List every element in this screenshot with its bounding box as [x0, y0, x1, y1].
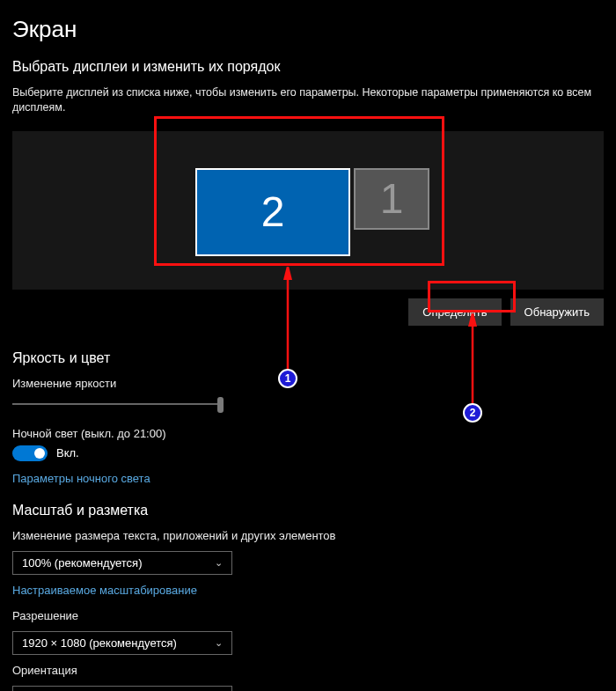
brightness-slider[interactable]: [12, 395, 224, 413]
monitor-1[interactable]: 1: [354, 168, 429, 230]
display-arrangement-area[interactable]: 2 1: [12, 131, 604, 290]
resolution-dropdown[interactable]: 1920 × 1080 (рекомендуется) ⌄: [12, 631, 232, 655]
arrange-heading: Выбрать дисплеи и изменить их порядок: [12, 59, 604, 75]
orientation-dropdown[interactable]: Альбомная ⌄: [12, 686, 232, 691]
slider-thumb[interactable]: [217, 397, 224, 413]
chevron-down-icon: ⌄: [215, 557, 223, 569]
resolution-label: Разрешение: [12, 609, 604, 622]
slider-track: [12, 403, 224, 405]
night-light-label: Ночной свет (выкл. до 21:00): [12, 427, 604, 440]
identify-button[interactable]: Определить: [408, 298, 501, 326]
chevron-down-icon: ⌄: [215, 637, 223, 649]
detect-button[interactable]: Обнаружить: [510, 298, 604, 326]
arrange-help-text: Выберите дисплей из списка ниже, чтобы и…: [12, 85, 604, 115]
text-size-dropdown[interactable]: 100% (рекомендуется) ⌄: [12, 551, 232, 575]
orientation-label: Ориентация: [12, 664, 604, 677]
monitor-1-label: 1: [380, 174, 404, 223]
monitor-2[interactable]: 2: [195, 168, 350, 256]
night-light-toggle[interactable]: [12, 445, 48, 461]
brightness-heading: Яркость и цвет: [12, 350, 604, 366]
resolution-value: 1920 × 1080 (рекомендуется): [22, 636, 177, 650]
toggle-knob: [34, 448, 45, 459]
custom-scaling-link[interactable]: Настраиваемое масштабирование: [12, 584, 197, 597]
night-light-toggle-state: Вкл.: [56, 446, 79, 459]
scale-heading: Масштаб и разметка: [12, 503, 604, 518]
annotation-badge-2: 2: [463, 403, 482, 423]
text-size-label: Изменение размера текста, приложений и д…: [12, 529, 604, 542]
display-button-row: Определить Обнаружить: [12, 298, 604, 326]
brightness-slider-label: Изменение яркости: [12, 377, 604, 390]
night-light-settings-link[interactable]: Параметры ночного света: [12, 472, 150, 485]
page-title: Экран: [12, 16, 604, 43]
text-size-value: 100% (рекомендуется): [22, 556, 142, 570]
monitor-2-label: 2: [261, 187, 285, 236]
